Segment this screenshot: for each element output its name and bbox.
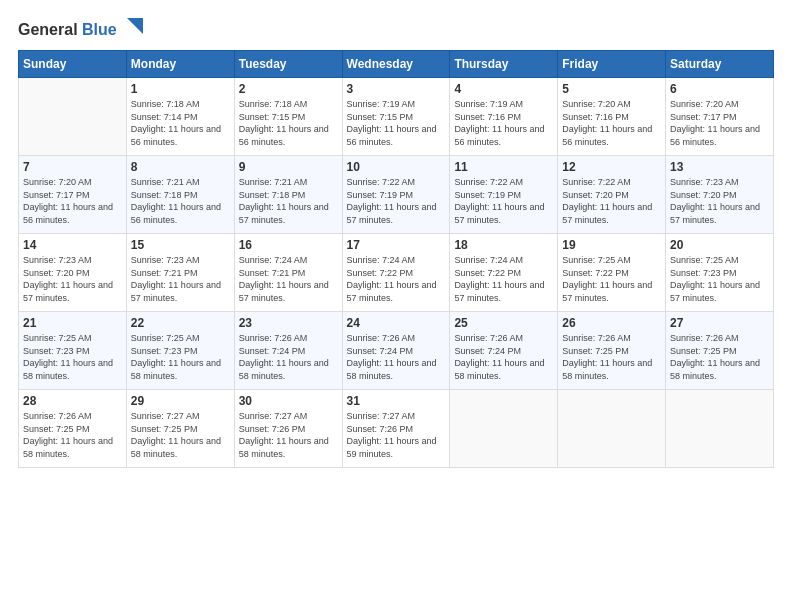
calendar-cell: 12Sunrise: 7:22 AMSunset: 7:20 PMDayligh… — [558, 156, 666, 234]
weekday-header-friday: Friday — [558, 51, 666, 78]
day-number: 15 — [131, 238, 230, 252]
day-detail: Sunrise: 7:23 AMSunset: 7:20 PMDaylight:… — [23, 254, 122, 304]
calendar-cell: 2Sunrise: 7:18 AMSunset: 7:15 PMDaylight… — [234, 78, 342, 156]
day-number: 12 — [562, 160, 661, 174]
day-detail: Sunrise: 7:22 AMSunset: 7:20 PMDaylight:… — [562, 176, 661, 226]
day-number: 7 — [23, 160, 122, 174]
calendar-cell: 9Sunrise: 7:21 AMSunset: 7:18 PMDaylight… — [234, 156, 342, 234]
calendar-cell: 25Sunrise: 7:26 AMSunset: 7:24 PMDayligh… — [450, 312, 558, 390]
day-number: 31 — [347, 394, 446, 408]
calendar-cell: 31Sunrise: 7:27 AMSunset: 7:26 PMDayligh… — [342, 390, 450, 468]
week-row-2: 7Sunrise: 7:20 AMSunset: 7:17 PMDaylight… — [19, 156, 774, 234]
day-detail: Sunrise: 7:25 AMSunset: 7:23 PMDaylight:… — [131, 332, 230, 382]
day-number: 29 — [131, 394, 230, 408]
day-number: 2 — [239, 82, 338, 96]
day-detail: Sunrise: 7:26 AMSunset: 7:24 PMDaylight:… — [454, 332, 553, 382]
day-number: 11 — [454, 160, 553, 174]
day-detail: Sunrise: 7:23 AMSunset: 7:20 PMDaylight:… — [670, 176, 769, 226]
calendar-cell: 26Sunrise: 7:26 AMSunset: 7:25 PMDayligh… — [558, 312, 666, 390]
calendar-cell: 13Sunrise: 7:23 AMSunset: 7:20 PMDayligh… — [666, 156, 774, 234]
week-row-4: 21Sunrise: 7:25 AMSunset: 7:23 PMDayligh… — [19, 312, 774, 390]
weekday-header-thursday: Thursday — [450, 51, 558, 78]
logo: General Blue — [18, 18, 147, 42]
calendar-cell: 22Sunrise: 7:25 AMSunset: 7:23 PMDayligh… — [126, 312, 234, 390]
day-number: 20 — [670, 238, 769, 252]
calendar-cell: 16Sunrise: 7:24 AMSunset: 7:21 PMDayligh… — [234, 234, 342, 312]
weekday-header-wednesday: Wednesday — [342, 51, 450, 78]
weekday-header-row: SundayMondayTuesdayWednesdayThursdayFrid… — [19, 51, 774, 78]
day-detail: Sunrise: 7:20 AMSunset: 7:17 PMDaylight:… — [23, 176, 122, 226]
calendar-cell: 17Sunrise: 7:24 AMSunset: 7:22 PMDayligh… — [342, 234, 450, 312]
day-number: 19 — [562, 238, 661, 252]
calendar-cell: 6Sunrise: 7:20 AMSunset: 7:17 PMDaylight… — [666, 78, 774, 156]
calendar-cell: 20Sunrise: 7:25 AMSunset: 7:23 PMDayligh… — [666, 234, 774, 312]
day-number: 27 — [670, 316, 769, 330]
day-detail: Sunrise: 7:18 AMSunset: 7:15 PMDaylight:… — [239, 98, 338, 148]
page: General Blue SundayMondayTuesdayWednesda… — [0, 0, 792, 478]
calendar-cell: 30Sunrise: 7:27 AMSunset: 7:26 PMDayligh… — [234, 390, 342, 468]
day-number: 5 — [562, 82, 661, 96]
day-detail: Sunrise: 7:20 AMSunset: 7:16 PMDaylight:… — [562, 98, 661, 148]
week-row-1: 1Sunrise: 7:18 AMSunset: 7:14 PMDaylight… — [19, 78, 774, 156]
calendar-table: SundayMondayTuesdayWednesdayThursdayFrid… — [18, 50, 774, 468]
weekday-header-tuesday: Tuesday — [234, 51, 342, 78]
day-detail: Sunrise: 7:25 AMSunset: 7:23 PMDaylight:… — [670, 254, 769, 304]
calendar-cell — [558, 390, 666, 468]
calendar-cell: 5Sunrise: 7:20 AMSunset: 7:16 PMDaylight… — [558, 78, 666, 156]
day-number: 23 — [239, 316, 338, 330]
day-detail: Sunrise: 7:24 AMSunset: 7:22 PMDaylight:… — [347, 254, 446, 304]
calendar-cell: 10Sunrise: 7:22 AMSunset: 7:19 PMDayligh… — [342, 156, 450, 234]
calendar-cell: 23Sunrise: 7:26 AMSunset: 7:24 PMDayligh… — [234, 312, 342, 390]
calendar-cell: 3Sunrise: 7:19 AMSunset: 7:15 PMDaylight… — [342, 78, 450, 156]
day-number: 17 — [347, 238, 446, 252]
weekday-header-monday: Monday — [126, 51, 234, 78]
day-number: 26 — [562, 316, 661, 330]
calendar-cell: 11Sunrise: 7:22 AMSunset: 7:19 PMDayligh… — [450, 156, 558, 234]
day-number: 8 — [131, 160, 230, 174]
day-number: 22 — [131, 316, 230, 330]
day-detail: Sunrise: 7:24 AMSunset: 7:22 PMDaylight:… — [454, 254, 553, 304]
calendar-cell: 18Sunrise: 7:24 AMSunset: 7:22 PMDayligh… — [450, 234, 558, 312]
day-detail: Sunrise: 7:21 AMSunset: 7:18 PMDaylight:… — [239, 176, 338, 226]
calendar-cell: 29Sunrise: 7:27 AMSunset: 7:25 PMDayligh… — [126, 390, 234, 468]
day-number: 4 — [454, 82, 553, 96]
day-detail: Sunrise: 7:18 AMSunset: 7:14 PMDaylight:… — [131, 98, 230, 148]
calendar-cell — [666, 390, 774, 468]
day-number: 1 — [131, 82, 230, 96]
calendar-cell: 15Sunrise: 7:23 AMSunset: 7:21 PMDayligh… — [126, 234, 234, 312]
day-detail: Sunrise: 7:21 AMSunset: 7:18 PMDaylight:… — [131, 176, 230, 226]
day-detail: Sunrise: 7:24 AMSunset: 7:21 PMDaylight:… — [239, 254, 338, 304]
header: General Blue — [18, 18, 774, 42]
calendar-cell: 8Sunrise: 7:21 AMSunset: 7:18 PMDaylight… — [126, 156, 234, 234]
day-number: 30 — [239, 394, 338, 408]
day-number: 6 — [670, 82, 769, 96]
day-detail: Sunrise: 7:26 AMSunset: 7:25 PMDaylight:… — [23, 410, 122, 460]
day-number: 9 — [239, 160, 338, 174]
day-detail: Sunrise: 7:26 AMSunset: 7:25 PMDaylight:… — [670, 332, 769, 382]
day-number: 14 — [23, 238, 122, 252]
day-number: 10 — [347, 160, 446, 174]
day-detail: Sunrise: 7:19 AMSunset: 7:15 PMDaylight:… — [347, 98, 446, 148]
day-number: 3 — [347, 82, 446, 96]
day-number: 16 — [239, 238, 338, 252]
day-number: 28 — [23, 394, 122, 408]
day-number: 13 — [670, 160, 769, 174]
logo-triangle-icon — [119, 14, 147, 42]
day-detail: Sunrise: 7:26 AMSunset: 7:24 PMDaylight:… — [347, 332, 446, 382]
day-number: 25 — [454, 316, 553, 330]
calendar-cell: 1Sunrise: 7:18 AMSunset: 7:14 PMDaylight… — [126, 78, 234, 156]
day-detail: Sunrise: 7:25 AMSunset: 7:22 PMDaylight:… — [562, 254, 661, 304]
day-number: 24 — [347, 316, 446, 330]
day-detail: Sunrise: 7:27 AMSunset: 7:26 PMDaylight:… — [347, 410, 446, 460]
day-detail: Sunrise: 7:26 AMSunset: 7:25 PMDaylight:… — [562, 332, 661, 382]
calendar-cell: 21Sunrise: 7:25 AMSunset: 7:23 PMDayligh… — [19, 312, 127, 390]
day-detail: Sunrise: 7:25 AMSunset: 7:23 PMDaylight:… — [23, 332, 122, 382]
day-detail: Sunrise: 7:19 AMSunset: 7:16 PMDaylight:… — [454, 98, 553, 148]
day-detail: Sunrise: 7:23 AMSunset: 7:21 PMDaylight:… — [131, 254, 230, 304]
day-detail: Sunrise: 7:22 AMSunset: 7:19 PMDaylight:… — [454, 176, 553, 226]
calendar-cell: 14Sunrise: 7:23 AMSunset: 7:20 PMDayligh… — [19, 234, 127, 312]
calendar-cell: 19Sunrise: 7:25 AMSunset: 7:22 PMDayligh… — [558, 234, 666, 312]
week-row-5: 28Sunrise: 7:26 AMSunset: 7:25 PMDayligh… — [19, 390, 774, 468]
day-detail: Sunrise: 7:27 AMSunset: 7:26 PMDaylight:… — [239, 410, 338, 460]
day-detail: Sunrise: 7:26 AMSunset: 7:24 PMDaylight:… — [239, 332, 338, 382]
